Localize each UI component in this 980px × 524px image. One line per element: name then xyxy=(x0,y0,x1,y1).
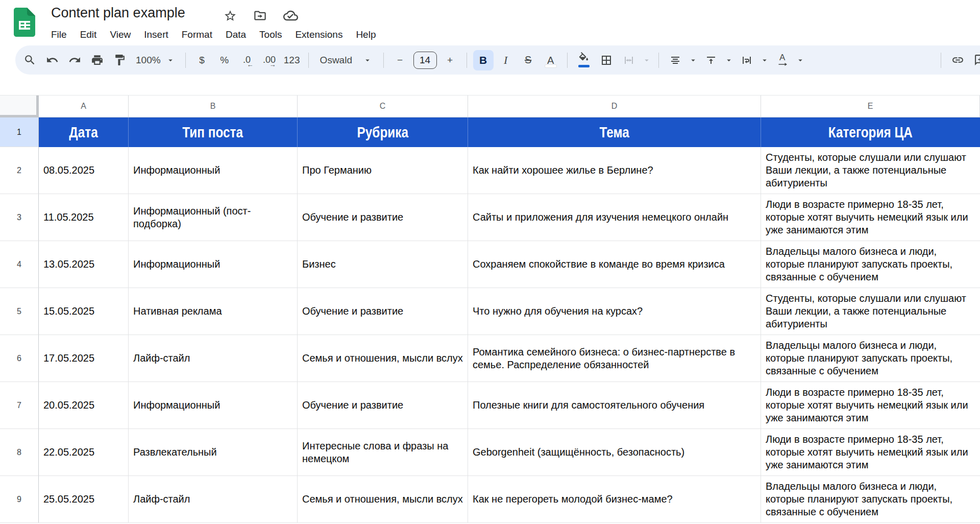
cell-d7[interactable]: Полезные книги для самостоятельного обуч… xyxy=(468,382,761,429)
format-percent-button[interactable]: % xyxy=(214,50,235,70)
cell-e4[interactable]: Владельцы малого бизнеса и люди, которые… xyxy=(761,241,980,288)
insert-comment-button[interactable] xyxy=(970,50,980,70)
more-formats-button[interactable]: 123 xyxy=(282,50,302,70)
menu-help[interactable]: Help xyxy=(349,27,382,42)
cell-b8[interactable]: Развлекательный xyxy=(129,429,298,476)
cell-a8[interactable]: 22.05.2025 xyxy=(39,429,129,476)
cell-e5[interactable]: Студенты, которые слушали или слушают Ва… xyxy=(761,288,980,335)
cell-e6[interactable]: Владельцы малого бизнеса и люди, которые… xyxy=(761,335,980,382)
cell-e3[interactable]: Люди в возрасте примерно 18-35 лет, кото… xyxy=(761,194,980,241)
cell-d8[interactable]: Geborgenheit (защищённость, безопасность… xyxy=(468,429,761,476)
menu-data[interactable]: Data xyxy=(219,27,253,42)
cell-d2[interactable]: Как найти хорошее жилье в Берлине? xyxy=(468,147,761,194)
text-rotation-dropdown[interactable] xyxy=(795,50,806,70)
cell-a2[interactable]: 08.05.2025 xyxy=(39,147,129,194)
cell-d3[interactable]: Сайты и приложения для изучения немецког… xyxy=(468,194,761,241)
merge-cells-dropdown[interactable] xyxy=(641,50,652,70)
row-header-2[interactable]: 2 xyxy=(0,147,39,194)
format-currency-button[interactable]: $ xyxy=(192,50,212,70)
cell-e8[interactable]: Люди в возрасте примерно 18-35 лет, кото… xyxy=(761,429,980,476)
row-header-4[interactable]: 4 xyxy=(0,241,39,288)
row-header-3[interactable]: 3 xyxy=(0,194,39,241)
text-rotation-button[interactable]: A xyxy=(772,50,793,70)
column-header-a[interactable]: A xyxy=(39,96,129,117)
column-header-c[interactable]: C xyxy=(298,96,468,117)
menu-format[interactable]: Format xyxy=(175,27,219,42)
cell-b2[interactable]: Информационный xyxy=(129,147,298,194)
cell-c4[interactable]: Бизнес xyxy=(298,241,468,288)
cell-b7[interactable]: Информационный xyxy=(129,382,298,429)
increase-font-size-button[interactable]: + xyxy=(440,50,460,70)
select-all-corner[interactable] xyxy=(0,96,39,117)
cell-d6[interactable]: Романтика семейного бизнеса: о бизнес-па… xyxy=(468,335,761,382)
cell-c6[interactable]: Семья и отношения, мысли вслух xyxy=(298,335,468,382)
cell-c9[interactable]: Семья и отношения, мысли вслух xyxy=(298,476,468,523)
cell-a4[interactable]: 13.05.2025 xyxy=(39,241,129,288)
text-wrap-dropdown[interactable] xyxy=(759,50,770,70)
header-cell-date[interactable]: Дата xyxy=(39,117,129,147)
menu-file[interactable]: File xyxy=(44,27,74,42)
undo-button[interactable] xyxy=(42,50,62,70)
paint-format-button[interactable] xyxy=(109,50,130,70)
cell-b5[interactable]: Нативная реклама xyxy=(129,288,298,335)
borders-button[interactable] xyxy=(596,50,617,70)
print-button[interactable] xyxy=(87,50,107,70)
cell-a5[interactable]: 15.05.2025 xyxy=(39,288,129,335)
vertical-align-dropdown[interactable] xyxy=(723,50,734,70)
cloud-saved-icon[interactable] xyxy=(283,8,298,23)
text-color-button[interactable]: A xyxy=(541,50,561,70)
menu-tools[interactable]: Tools xyxy=(253,27,288,42)
star-icon[interactable] xyxy=(224,9,237,22)
vertical-align-button[interactable] xyxy=(701,50,721,70)
cell-d4[interactable]: Сохраняем спокойствие в команде во время… xyxy=(468,241,761,288)
cell-b4[interactable]: Информационный xyxy=(129,241,298,288)
cell-c7[interactable]: Обучение и развитие xyxy=(298,382,468,429)
cell-a3[interactable]: 11.05.2025 xyxy=(39,194,129,241)
move-to-folder-icon[interactable] xyxy=(253,9,267,22)
cell-c8[interactable]: Интересные слова и фразы на немецком xyxy=(298,429,468,476)
fill-color-button[interactable] xyxy=(574,50,594,70)
column-header-b[interactable]: B xyxy=(129,96,298,117)
cell-c3[interactable]: Обучение и развитие xyxy=(298,194,468,241)
cell-d5[interactable]: Что нужно для обучения на курсах? xyxy=(468,288,761,335)
menu-insert[interactable]: Insert xyxy=(137,27,175,42)
cell-e2[interactable]: Студенты, которые слушали или слушают Ва… xyxy=(761,147,980,194)
strikethrough-button[interactable]: S xyxy=(518,50,538,70)
cell-b9[interactable]: Лайф-стайл xyxy=(129,476,298,523)
cell-a7[interactable]: 20.05.2025 xyxy=(39,382,129,429)
column-header-e[interactable]: E xyxy=(761,96,980,117)
bold-button[interactable]: B xyxy=(473,50,494,70)
search-button[interactable] xyxy=(19,50,40,70)
font-size-input[interactable]: 14 xyxy=(413,52,437,69)
redo-button[interactable] xyxy=(64,50,85,70)
italic-button[interactable]: I xyxy=(496,50,516,70)
row-header-1[interactable]: 1 xyxy=(0,117,39,147)
header-cell-post-type[interactable]: Тип поста xyxy=(129,117,298,147)
text-wrap-button[interactable] xyxy=(737,50,757,70)
cell-e9[interactable]: Владельцы малого бизнеса и люди, которые… xyxy=(761,476,980,523)
cell-e7[interactable]: Люди в возрасте примерно 18-35 лет, кото… xyxy=(761,382,980,429)
horizontal-align-button[interactable] xyxy=(665,50,685,70)
row-header-6[interactable]: 6 xyxy=(0,335,39,382)
cell-a9[interactable]: 25.05.2025 xyxy=(39,476,129,523)
cell-d9[interactable]: Как не перегореть молодой бизнес-маме? xyxy=(468,476,761,523)
font-select[interactable]: Oswald xyxy=(316,50,376,70)
menu-edit[interactable]: Edit xyxy=(74,27,104,42)
increase-decimals-button[interactable]: .00→ xyxy=(259,50,280,70)
cell-c2[interactable]: Про Германию xyxy=(298,147,468,194)
row-header-7[interactable]: 7 xyxy=(0,382,39,429)
column-header-d[interactable]: D xyxy=(468,96,761,117)
cell-c5[interactable]: Обучение и развитие xyxy=(298,288,468,335)
horizontal-align-dropdown[interactable] xyxy=(688,50,699,70)
merge-cells-button[interactable] xyxy=(619,50,639,70)
insert-link-button[interactable] xyxy=(947,50,968,70)
cell-b6[interactable]: Лайф-стайл xyxy=(129,335,298,382)
cell-b3[interactable]: Информационный (пост-подборка) xyxy=(129,194,298,241)
cell-a6[interactable]: 17.05.2025 xyxy=(39,335,129,382)
row-header-9[interactable]: 9 xyxy=(0,476,39,523)
sheets-logo-icon[interactable] xyxy=(14,8,35,37)
decrease-decimals-button[interactable]: .0← xyxy=(237,50,257,70)
document-title[interactable]: Content plan example xyxy=(51,5,185,21)
header-cell-rubric[interactable]: Рубрика xyxy=(298,117,468,147)
header-cell-audience[interactable]: Категория ЦА xyxy=(761,117,980,147)
